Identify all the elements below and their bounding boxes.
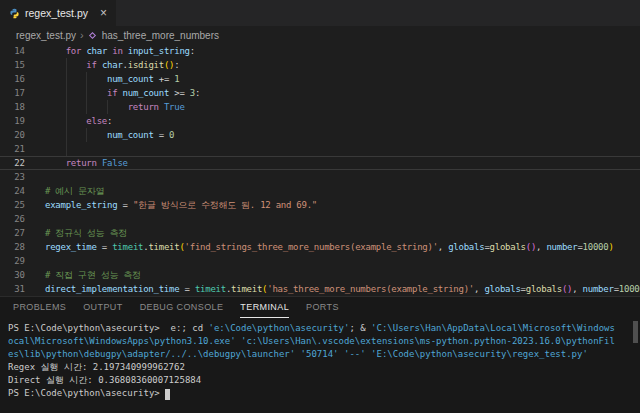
line-number[interactable]: 17	[0, 86, 36, 100]
line-number[interactable]: 31	[0, 282, 36, 296]
line-number[interactable]: 18	[0, 100, 36, 114]
breadcrumb-file[interactable]: regex_test.py	[16, 30, 76, 41]
indent-guide	[86, 100, 87, 114]
line-number[interactable]: 30	[0, 268, 36, 282]
line-number[interactable]: 23	[0, 170, 36, 184]
editor-tab-bar: regex_test.py ×	[0, 0, 640, 26]
code-line-30[interactable]: 30# 직접 구현 성능 측정	[0, 268, 640, 282]
code-text: if num_count >= 3:	[36, 86, 640, 100]
code-text: num_count += 1	[36, 72, 640, 86]
code-text: example_string = "한글 방식으로 수정해도 됨. 12 and…	[36, 198, 640, 212]
symbol-method-icon	[89, 31, 96, 38]
terminal-line: Regex 실행 시간: 2.197340999962762	[8, 361, 640, 374]
vscode-window: regex_test.py × regex_test.py › has_thre…	[0, 0, 640, 413]
code-line-14[interactable]: 14 for char in input_string:	[0, 44, 640, 58]
terminal-cursor	[165, 389, 170, 400]
bottom-panel: PROBLEMSOUTPUTDEBUG CONSOLETERMINALPORTS…	[0, 296, 640, 413]
code-line-17[interactable]: 17 if num_count >= 3:	[0, 86, 640, 100]
panel-tab-bar: PROBLEMSOUTPUTDEBUG CONSOLETERMINALPORTS	[0, 297, 640, 318]
indent-guide	[66, 86, 67, 100]
code-text	[36, 212, 640, 226]
code-line-19[interactable]: 19 else:	[0, 114, 640, 128]
panel-tab-problems[interactable]: PROBLEMS	[13, 297, 66, 318]
code-text: for char in input_string:	[36, 44, 640, 58]
terminal-line: PS E:\Code\python\asecurity>	[8, 387, 640, 400]
panel-tab-debug-console[interactable]: DEBUG CONSOLE	[140, 297, 224, 318]
indent-guide	[66, 142, 67, 156]
tab-regex-test-py[interactable]: regex_test.py ×	[0, 0, 116, 26]
code-editor[interactable]: 14 for char in input_string:15 if char.i…	[0, 44, 640, 296]
code-text	[36, 254, 640, 268]
line-number[interactable]: 26	[0, 212, 36, 226]
indent-guide	[66, 72, 67, 86]
terminal-output: PS E:\Code\python\asecurity> e:; cd 'e:\…	[8, 322, 640, 400]
line-number[interactable]: 20	[0, 128, 36, 142]
line-number[interactable]: 25	[0, 198, 36, 212]
breadcrumb-symbol[interactable]: has_three_more_numbers	[102, 30, 219, 41]
code-line-22[interactable]: 22 return False	[0, 156, 640, 170]
code-text: direct_implementation_time = timeit.time…	[36, 282, 640, 296]
terminal-scrollbar-thumb[interactable]	[633, 321, 638, 343]
line-number[interactable]: 29	[0, 254, 36, 268]
indent-guide	[66, 100, 67, 114]
panel-tab-terminal[interactable]: TERMINAL	[240, 297, 289, 318]
code-text: # 정규식 성능 측정	[36, 226, 640, 240]
code-line-31[interactable]: 31direct_implementation_time = timeit.ti…	[0, 282, 640, 296]
indent-guide	[66, 128, 67, 142]
code-line-15[interactable]: 15 if char.isdigit():	[0, 58, 640, 72]
code-line-21[interactable]: 21	[0, 142, 640, 156]
line-number[interactable]: 15	[0, 58, 36, 72]
code-line-28[interactable]: 28regex_time = timeit.timeit('find_strin…	[0, 240, 640, 254]
code-line-16[interactable]: 16 num_count += 1	[0, 72, 640, 86]
code-text: return True	[36, 100, 640, 114]
python-file-icon	[9, 8, 20, 19]
terminal-line: es\lib\python\debugpy\adapter/../..\debu…	[8, 348, 640, 361]
breadcrumb: regex_test.py › has_three_more_numbers	[0, 26, 640, 44]
code-line-23[interactable]: 23	[0, 170, 640, 184]
line-number[interactable]: 28	[0, 240, 36, 254]
code-lines: 14 for char in input_string:15 if char.i…	[0, 44, 640, 296]
panel-tab-ports[interactable]: PORTS	[306, 297, 339, 318]
indent-guide	[86, 86, 87, 100]
indent-guide	[86, 128, 87, 142]
line-number[interactable]: 27	[0, 226, 36, 240]
code-text: return False	[36, 156, 640, 170]
line-number[interactable]: 22	[0, 156, 36, 170]
tab-label: regex_test.py	[25, 7, 88, 19]
code-line-26[interactable]: 26	[0, 212, 640, 226]
line-number[interactable]: 24	[0, 184, 36, 198]
code-line-27[interactable]: 27# 정규식 성능 측정	[0, 226, 640, 240]
code-text: num_count = 0	[36, 128, 640, 142]
line-number[interactable]: 19	[0, 114, 36, 128]
indent-guide	[66, 58, 67, 72]
code-line-24[interactable]: 24# 예시 문자열	[0, 184, 640, 198]
indent-guide	[107, 100, 108, 114]
terminal-line: Direct 실행 시간: 0.36808360007125884	[8, 374, 640, 387]
line-number[interactable]: 14	[0, 44, 36, 58]
line-number[interactable]: 21	[0, 142, 36, 156]
line-number[interactable]: 16	[0, 72, 36, 86]
code-line-25[interactable]: 25example_string = "한글 방식으로 수정해도 됨. 12 a…	[0, 198, 640, 212]
code-text: regex_time = timeit.timeit('find_strings…	[36, 240, 640, 254]
code-text	[36, 142, 640, 156]
code-text: if char.isdigit():	[36, 58, 640, 72]
terminal-line: PS E:\Code\python\asecurity> e:; cd 'e:\…	[8, 322, 640, 335]
panel-tab-output[interactable]: OUTPUT	[83, 297, 122, 318]
code-text: # 예시 문자열	[36, 184, 640, 198]
terminal-line: ocal\Microsoft\WindowsApps\python3.10.ex…	[8, 335, 640, 348]
chevron-right-icon: ›	[80, 30, 84, 41]
code-text	[36, 170, 640, 184]
close-tab-icon[interactable]: ×	[100, 7, 107, 19]
code-text: # 직접 구현 성능 측정	[36, 268, 640, 282]
indent-guide	[86, 72, 87, 86]
code-line-18[interactable]: 18 return True	[0, 100, 640, 114]
code-line-20[interactable]: 20 num_count = 0	[0, 128, 640, 142]
indent-guide	[66, 114, 67, 128]
code-line-29[interactable]: 29	[0, 254, 640, 268]
code-text: else:	[36, 114, 640, 128]
terminal[interactable]: PS E:\Code\python\asecurity> e:; cd 'e:\…	[0, 318, 640, 413]
